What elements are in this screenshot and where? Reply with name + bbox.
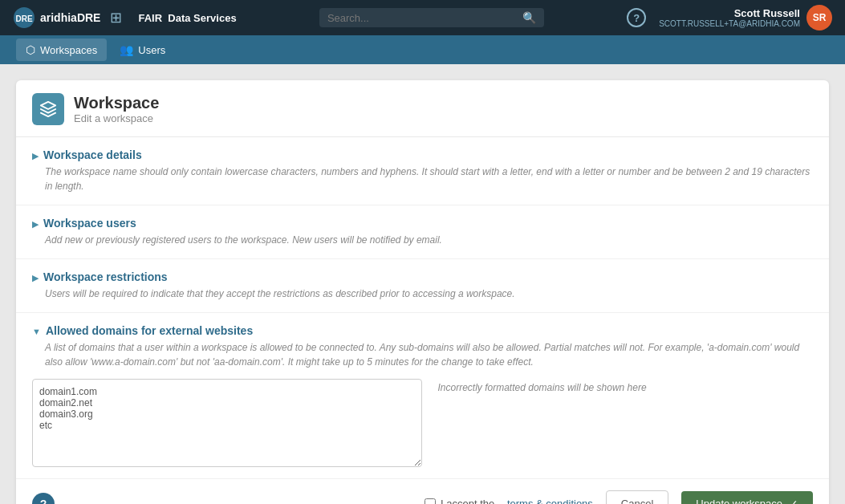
navbar-left: DRE aridhiaDRE ⊞ FAIR Data Services <box>13 6 237 29</box>
footer-help-button[interactable]: ? <box>32 493 55 505</box>
section-desc-details: The workspace name should only contain l… <box>45 165 813 193</box>
user-name: Scott Russell <box>659 7 800 19</box>
help-button[interactable]: ? <box>627 8 646 27</box>
page-title: Workspace <box>74 94 159 112</box>
card-header-text: Workspace Edit a workspace <box>74 94 159 124</box>
section-desc-domains: A list of domains that a user within a w… <box>45 340 813 369</box>
domain-content: domain1.com domain2.net domain3.org etc … <box>32 379 813 467</box>
allowed-domains-section: ▼ Allowed domains for external websites … <box>16 313 829 479</box>
section-desc-restrictions: Users will be required to indicate that … <box>45 287 813 301</box>
box-icon <box>39 100 57 118</box>
card-header: Workspace Edit a workspace <box>16 80 829 137</box>
workspace-details-section: ▶ Workspace details The workspace name s… <box>16 137 829 205</box>
grid-icon[interactable]: ⊞ <box>110 9 122 26</box>
user-email: SCOTT.RUSSELL+TA@ARIDHIA.COM <box>659 19 800 28</box>
terms-prefix: I accept the <box>441 498 494 504</box>
section-title-domains[interactable]: Allowed domains for external websites <box>46 324 253 337</box>
logo-text: aridhiaDRE <box>40 11 100 24</box>
fair-bold: FAIR <box>138 12 162 24</box>
logo[interactable]: DRE aridhiaDRE <box>13 6 100 29</box>
workspace-icon <box>32 93 64 125</box>
update-workspace-button[interactable]: Update workspace ✓ <box>681 491 813 505</box>
workspace-users-section: ▶ Workspace users Add new or previously … <box>16 205 829 259</box>
update-label: Update workspace <box>696 498 782 504</box>
workspaces-icon: ⬡ <box>26 43 35 56</box>
fair-label: FAIR Data Services <box>138 12 236 24</box>
section-toggle-users[interactable]: ▶ <box>32 219 39 230</box>
logo-icon: DRE <box>13 6 35 29</box>
terms-checkbox-label[interactable]: I accept the terms & conditions <box>425 498 593 504</box>
footer-right: I accept the terms & conditions Cancel U… <box>425 490 813 504</box>
sidebar-item-workspaces[interactable]: ⬡ Workspaces <box>16 39 107 61</box>
search-input[interactable] <box>327 12 516 24</box>
workspace-card: Workspace Edit a workspace ▶ Workspace d… <box>16 80 829 504</box>
search-icon: 🔍 <box>522 11 536 24</box>
user-info: Scott Russell SCOTT.RUSSELL+TA@ARIDHIA.C… <box>659 5 832 30</box>
section-header-domains: ▼ Allowed domains for external websites <box>32 324 813 337</box>
sidebar-item-users[interactable]: 👥 Users <box>110 39 175 61</box>
workspaces-label: Workspaces <box>40 44 97 56</box>
checkmark-icon: ✓ <box>789 498 798 505</box>
section-title-details[interactable]: Workspace details <box>43 148 142 161</box>
cancel-button[interactable]: Cancel <box>606 490 668 504</box>
page-subtitle: Edit a workspace <box>74 112 159 124</box>
section-title-users[interactable]: Workspace users <box>43 217 136 230</box>
search-bar[interactable]: 🔍 <box>319 8 544 27</box>
domain-errors: Incorrectly formatted domains will be sh… <box>438 379 814 393</box>
avatar[interactable]: SR <box>806 5 832 30</box>
domain-textarea[interactable]: domain1.com domain2.net domain3.org etc <box>32 379 422 467</box>
section-header-users: ▶ Workspace users <box>32 217 813 230</box>
svg-text:DRE: DRE <box>15 14 32 23</box>
section-toggle-restrictions[interactable]: ▶ <box>32 273 39 283</box>
section-toggle-domains[interactable]: ▼ <box>32 327 41 336</box>
sub-navbar: ⬡ Workspaces 👥 Users <box>0 35 845 64</box>
terms-checkbox[interactable] <box>425 498 436 505</box>
section-desc-users: Add new or previously registered users t… <box>45 233 813 247</box>
section-header-details: ▶ Workspace details <box>32 148 813 161</box>
workspace-restrictions-section: ▶ Workspace restrictions Users will be r… <box>16 259 829 313</box>
section-header-restrictions: ▶ Workspace restrictions <box>32 270 813 283</box>
card-footer: ? I accept the terms & conditions Cancel… <box>16 479 829 504</box>
user-details: Scott Russell SCOTT.RUSSELL+TA@ARIDHIA.C… <box>659 7 800 28</box>
navbar: DRE aridhiaDRE ⊞ FAIR Data Services 🔍 ? … <box>0 0 845 35</box>
main-content: Workspace Edit a workspace ▶ Workspace d… <box>0 64 845 504</box>
terms-link[interactable]: terms & conditions <box>507 498 593 504</box>
users-label: Users <box>138 44 165 56</box>
section-toggle-details[interactable]: ▶ <box>32 151 39 161</box>
section-title-restrictions[interactable]: Workspace restrictions <box>43 270 168 283</box>
fair-sublabel: Data Services <box>168 12 236 24</box>
navbar-right: ? Scott Russell SCOTT.RUSSELL+TA@ARIDHIA… <box>627 5 832 30</box>
users-icon: 👥 <box>120 43 133 56</box>
